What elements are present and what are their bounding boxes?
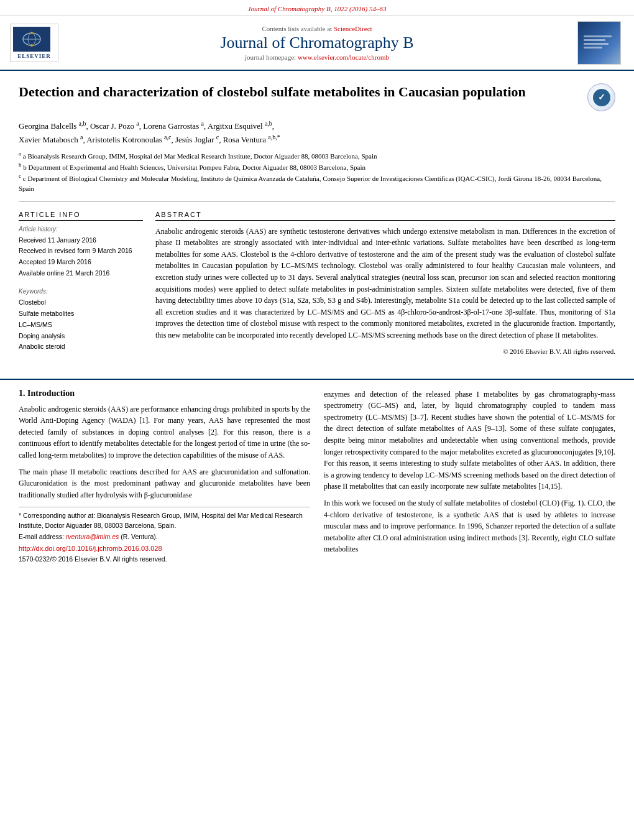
accepted-date: Accepted 19 March 2016 — [19, 257, 143, 268]
cover-line-4 — [584, 47, 602, 48]
svg-point-4 — [30, 32, 33, 34]
body-divider — [0, 379, 634, 380]
elsevier-logo: ELSEVIER — [10, 24, 60, 62]
article-history-block: Article history: Received 11 January 201… — [19, 226, 143, 279]
intro-paragraph-1: Anabolic androgenic steroids (AAS) are p… — [19, 404, 310, 461]
right-paragraph-2: In this work we focused on the study of … — [324, 497, 615, 555]
journal-cover-image — [577, 21, 621, 65]
keyword-2: Sulfate metabolites — [19, 308, 143, 320]
doi-line[interactable]: http://dx.doi.org/10.1016/j.jchromb.2016… — [19, 543, 310, 554]
article-dates: Received 11 January 2016 Received in rev… — [19, 235, 143, 279]
history-label: Article history: — [19, 226, 143, 233]
cover-line-3 — [584, 43, 609, 45]
body-left-column: 1. Introduction Anabolic androgenic ster… — [19, 389, 310, 566]
two-column-body: 1. Introduction Anabolic androgenic ster… — [0, 389, 634, 578]
crossmark-icon: ✓ — [593, 89, 610, 106]
keyword-5: Anabolic steroid — [19, 341, 143, 353]
received-date: Received 11 January 2016 — [19, 235, 143, 246]
crossmark-badge: ✓ — [587, 83, 615, 111]
sciencedirect-link[interactable]: ScienceDirect — [334, 25, 372, 32]
article-title: Detection and characterization of closte… — [19, 83, 581, 101]
abstract-text: Anabolic androgenic steroids (AAS) are s… — [155, 226, 615, 341]
elsevier-logo-box: ELSEVIER — [10, 24, 58, 62]
svg-point-5 — [30, 44, 33, 47]
abstract-heading: Abstract — [155, 211, 615, 221]
body-right-column: enzymes and detection of the released ph… — [324, 389, 615, 566]
keyword-4: Doping analysis — [19, 331, 143, 342]
keywords-label: Keywords: — [19, 288, 143, 295]
article-container: Detection and characterization of closte… — [0, 71, 634, 367]
article-title-section: Detection and characterization of closte… — [19, 83, 615, 111]
keyword-3: LC–MS/MS — [19, 320, 143, 331]
journal-homepage: journal homepage: www.elsevier.com/locat… — [60, 53, 574, 61]
email-name: (R. Ventura). — [121, 533, 158, 540]
page-container: Journal of Chromatography B, 1022 (2016)… — [0, 0, 634, 578]
journal-main-title: Journal of Chromatography B — [60, 34, 574, 52]
keyword-1: Clostebol — [19, 297, 143, 308]
cover-line-2 — [584, 39, 605, 41]
email-link[interactable]: rventura@imim.es — [66, 533, 119, 540]
elsevier-brand-text: ELSEVIER — [13, 53, 55, 59]
intro-section-title: 1. Introduction — [19, 389, 310, 399]
email-footnote: E-mail address: rventura@imim.es (R. Ven… — [19, 532, 310, 542]
cover-decoration — [584, 35, 615, 50]
rights-line: 1570-0232/© 2016 Elsevier B.V. All right… — [19, 555, 310, 565]
contents-available-text: Contents lists available at ScienceDirec… — [60, 25, 574, 32]
article-info-heading: Article Info — [19, 211, 143, 221]
keywords-block: Keywords: Clostebol Sulfate metabolites … — [19, 288, 143, 353]
keywords-list: Clostebol Sulfate metabolites LC–MS/MS D… — [19, 297, 143, 353]
elsevier-logo-image — [13, 27, 50, 52]
revised-date: Received in revised form 9 March 2016 — [19, 246, 143, 257]
cover-line-1 — [584, 35, 612, 37]
header-center: Contents lists available at ScienceDirec… — [60, 25, 574, 61]
article-body-grid: Article Info Article history: Received 1… — [19, 201, 615, 355]
affiliations: a a Bioanalysis Research Group, IMIM, Ho… — [19, 150, 615, 194]
right-paragraph-1: enzymes and detection of the released ph… — [324, 389, 615, 492]
email-label: E-mail address: — [19, 533, 64, 540]
journal-cover — [574, 21, 624, 65]
article-info-column: Article Info Article history: Received 1… — [19, 211, 143, 355]
abstract-column: Abstract Anabolic androgenic steroids (A… — [155, 211, 615, 355]
copyright-line: © 2016 Elsevier B.V. All rights reserved… — [155, 348, 615, 355]
corresponding-author-note: * Corresponding author at: Bioanalysis R… — [19, 511, 310, 531]
journal-ref: Journal of Chromatography B, 1022 (2016)… — [248, 5, 387, 12]
footnote-area: * Corresponding author at: Bioanalysis R… — [19, 507, 310, 565]
header-section: ELSEVIER Contents lists available at Sci… — [0, 16, 634, 71]
journal-top-bar: Journal of Chromatography B, 1022 (2016)… — [0, 0, 634, 16]
online-date: Available online 21 March 2016 — [19, 268, 143, 279]
homepage-link[interactable]: www.elsevier.com/locate/chromb — [298, 53, 389, 61]
authors-line: Georgina Balcells a,b, Oscar J. Pozo a, … — [19, 119, 615, 146]
intro-paragraph-2: The main phase II metabolic reactions de… — [19, 466, 310, 501]
